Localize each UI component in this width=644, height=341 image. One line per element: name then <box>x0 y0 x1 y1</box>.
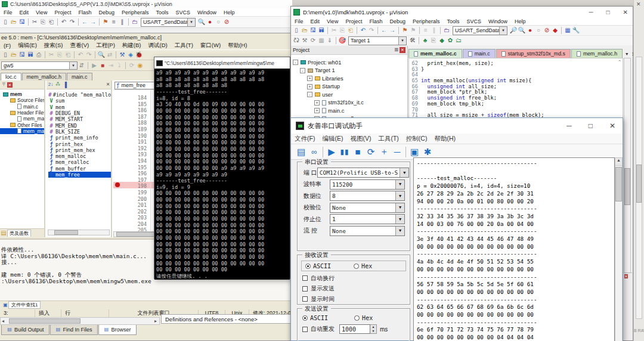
symbols-hscrollbar[interactable] <box>48 230 110 235</box>
minimize-button[interactable]: ─ <box>589 9 593 16</box>
code-line[interactable]: 69 mem_block tmp_blk; <box>409 101 623 107</box>
indent-icon[interactable]: ≡ <box>422 27 430 34</box>
find-icon[interactable]: 🔍 <box>97 51 106 58</box>
open-icon[interactable]: 🗁 <box>10 18 18 26</box>
code-line[interactable]: 64 <box>409 72 623 78</box>
code-line[interactable]: 63 } <box>409 66 623 72</box>
menu-item[interactable]: 构建(B) <box>119 41 145 50</box>
editor-tab[interactable]: main.c <box>463 49 496 58</box>
setting-combo[interactable]: COM12(Prolific USB-to-S ▼ <box>317 168 410 178</box>
menu-item[interactable]: SVCS <box>172 9 194 16</box>
tree-item[interactable]: + main.c <box>291 107 407 115</box>
kill-breakpoints-icon[interactable]: ◆ <box>551 27 559 34</box>
nav-fwd-icon[interactable]: → <box>89 18 97 26</box>
zoom-in-icon[interactable]: ＋ <box>377 146 391 157</box>
close-panel-icon[interactable]: ✕ <box>7 82 13 88</box>
cut-icon[interactable]: ✂ <box>330 27 338 34</box>
redo-icon[interactable]: ↷ <box>367 27 376 34</box>
menu-item[interactable]: Help <box>511 18 530 25</box>
symbol-item[interactable]: mem_free <box>48 172 111 178</box>
menu-item[interactable]: 工具(T) <box>171 41 197 50</box>
nav-back-icon[interactable]: ← <box>380 27 388 34</box>
tree-item[interactable]: mem_malloc.h <box>0 116 44 122</box>
code-line[interactable]: 67 mem_block *ptr_blk; <box>409 89 623 95</box>
combo-arrow-icon[interactable]: ▼ <box>499 27 507 35</box>
menu-item[interactable]: File <box>291 18 307 25</box>
cfree-hscrollbar[interactable]: ◂ ▸ <box>0 317 160 325</box>
cfree-titlebar[interactable]: ee 5.0 : mem - [C:\Users\86136\Desktop\m… <box>0 33 332 41</box>
replace-icon[interactable]: ⇄ <box>106 51 114 58</box>
menu-item[interactable]: Debug <box>95 9 118 16</box>
background-vscrollbar[interactable] <box>636 57 642 319</box>
checkbox[interactable] <box>302 275 308 281</box>
tree-expander-icon[interactable]: + <box>307 84 312 89</box>
symbol-item[interactable]: print_hex <box>48 141 111 147</box>
refresh-icon[interactable]: ⟳ <box>364 147 377 157</box>
maximize-button[interactable]: □ <box>606 9 610 16</box>
save-all-icon[interactable]: 🖬 <box>317 27 326 34</box>
file-tab[interactable]: loc.c <box>1 73 21 80</box>
uvision1-titlebar[interactable]: C:\Users\86136\Desktop\S5_APP(V1.3.0)\MD… <box>0 0 292 8</box>
menu-item[interactable]: 工具(T) <box>374 134 402 144</box>
scroll-up-icon[interactable]: ⌃ <box>618 60 621 64</box>
save-all-icon[interactable]: 🖬 <box>26 51 35 58</box>
new-file-icon[interactable]: ▯ <box>1 51 10 58</box>
nav-back-icon[interactable]: ← <box>80 18 89 26</box>
tree-expander-icon[interactable]: + <box>307 76 312 81</box>
combo-arrow-icon[interactable]: ▼ <box>395 215 404 224</box>
serial-output-area[interactable]: ------------------------------------ ---… <box>413 157 615 341</box>
sort-az-icon[interactable]: 2↓ <box>48 81 54 88</box>
uvision1-sendcmd-combo[interactable]: USART_SendData▼ <box>141 18 196 27</box>
paste-icon[interactable]: ⎗ <box>64 51 72 58</box>
tree-expander-icon[interactable]: - <box>307 92 312 97</box>
menu-item[interactable]: 调试(D) <box>145 41 171 50</box>
start-icon[interactable]: ▶ <box>325 147 338 157</box>
record-icon[interactable]: ∞ <box>308 147 321 156</box>
comment-icon[interactable]: ∥ <box>118 18 126 26</box>
menu-item[interactable]: Peripherals <box>409 18 444 25</box>
new-file-icon[interactable]: ▯ <box>1 18 10 26</box>
combo-arrow-icon[interactable]: ▼ <box>187 18 195 26</box>
windows-icon[interactable]: ▦ <box>564 27 572 34</box>
manage-components-icon[interactable]: ⎘ <box>429 37 438 44</box>
paste-icon[interactable]: ⎗ <box>47 18 55 26</box>
background-close-icon[interactable]: ✕ <box>636 1 641 7</box>
recv-hex-radio[interactable] <box>354 264 359 269</box>
combo-arrow-icon[interactable]: ▼ <box>395 180 404 189</box>
setting-combo[interactable]: 115200 ▼ <box>330 179 405 190</box>
setting-combo[interactable]: 1 ▼ <box>330 214 405 224</box>
run-program-icon[interactable]: ▶ <box>90 62 98 69</box>
save-icon[interactable]: 🖫 <box>18 51 26 58</box>
symbol-item[interactable]: sum <box>48 98 111 104</box>
batch-build-icon[interactable]: ▦ <box>317 37 326 44</box>
menu-item[interactable]: View <box>32 9 51 16</box>
tree-item[interactable]: + Libraries <box>291 75 407 83</box>
disable-breakpoints-icon[interactable]: ⊘ <box>222 18 231 26</box>
menu-item[interactable]: 窗口(W) <box>197 41 224 50</box>
serial-vscrollbar[interactable]: ▲ <box>615 157 623 341</box>
tree-item[interactable]: + Startup <box>291 83 407 91</box>
menu-item[interactable]: View <box>323 18 342 25</box>
editor-tab[interactable]: mem_malloc.h <box>571 49 623 58</box>
combo-arrow-icon[interactable]: ▼ <box>400 168 408 177</box>
bookmark2-icon[interactable]: ⚑ <box>409 27 417 34</box>
code-line[interactable]: 65 int mem_malloc(unsigned int msize){ <box>409 78 623 83</box>
output-tab[interactable]: ▤ Build Output <box>1 325 49 335</box>
menu-item[interactable]: Flash <box>366 18 386 25</box>
file-tab[interactable]: main.c <box>67 73 92 80</box>
target-select-combo[interactable]: Target 1▼ <box>348 36 407 45</box>
tree-expander-icon[interactable]: + <box>314 108 320 113</box>
build-icon[interactable]: ⚒ <box>301 37 309 44</box>
code-line[interactable]: 62 print_hex(mem, size); <box>409 60 623 66</box>
build-config-combo[interactable]: gw5▼ <box>1 61 78 70</box>
menu-item[interactable]: File <box>0 9 16 16</box>
minimize-button[interactable]: ─ <box>566 122 572 130</box>
file-extensions-icon[interactable]: 🛠 <box>408 37 417 44</box>
disable-breakpoints-icon[interactable]: ⊘ <box>543 27 551 34</box>
run-icon[interactable]: ◈ <box>126 51 135 58</box>
toggle-icon[interactable]: ⇵ <box>78 62 86 69</box>
window-layout-icon[interactable]: ▣ <box>408 147 421 157</box>
close-pane-icon[interactable]: ✕ <box>624 274 628 278</box>
console-titlebar[interactable]: "C:\Users\86136\Desktop\mem\mem\mingw5\m… <box>154 57 290 69</box>
menu-item[interactable]: Project <box>51 9 75 16</box>
